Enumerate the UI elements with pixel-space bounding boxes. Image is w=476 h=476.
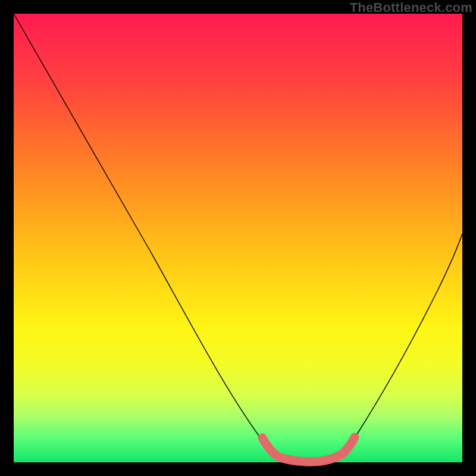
optimal-range-highlight [262,437,355,462]
plot-area [14,14,462,462]
watermark-text: TheBottleneck.com [350,0,472,15]
bottleneck-curve [14,14,462,461]
chart-frame: TheBottleneck.com [0,0,476,476]
curve-layer [14,14,462,462]
